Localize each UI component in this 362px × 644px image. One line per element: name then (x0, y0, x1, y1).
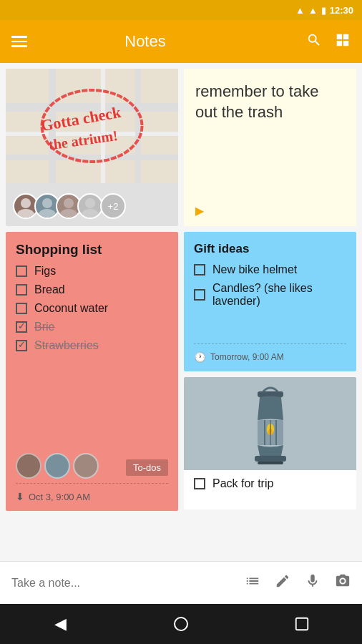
gift-note[interactable]: Gift ideas New bike helmet Candles? (she… (184, 232, 356, 371)
trip-content: Pack for trip (184, 470, 356, 497)
shopping-title: Shopping list (16, 242, 168, 258)
back-button[interactable]: ◀ (42, 606, 78, 642)
status-icons: ▲ ▲ ▮ 12:30 (295, 5, 353, 16)
take-note-input[interactable] (11, 577, 236, 590)
status-bar: ▲ ▲ ▮ 12:30 (0, 0, 362, 20)
nav-bar: ◀ (0, 604, 362, 644)
list-item: Bread (16, 283, 168, 296)
svg-rect-16 (258, 462, 283, 464)
recent-button[interactable] (284, 606, 320, 642)
checkbox-brie[interactable] (16, 321, 27, 333)
item-strawberries: Strawberries (34, 339, 99, 352)
item-candles: Candles? (she likes lavender) (212, 282, 346, 308)
shopping-avatar-2 (44, 453, 70, 479)
left-column: Gotta check the atrium! (6, 69, 178, 548)
right-column: remember to take out the trash ▶ Gift id… (184, 69, 356, 548)
map-note[interactable]: Gotta check the atrium! (6, 69, 178, 226)
checkbox-helmet[interactable] (194, 264, 205, 275)
svg-point-5 (42, 198, 52, 208)
list-item: Coconut water (16, 302, 168, 315)
item-brie: Brie (34, 321, 54, 333)
bottom-bar (0, 561, 362, 604)
checkbox-coconut[interactable] (16, 303, 27, 314)
svg-point-6 (39, 209, 56, 218)
svg-point-9 (85, 198, 95, 208)
shopping-avatar-1 (16, 453, 41, 479)
list-icon[interactable] (245, 573, 260, 592)
list-item: Candles? (she likes lavender) (194, 282, 346, 308)
svg-rect-21 (295, 618, 308, 630)
avatar-overflow-count: +2 (100, 193, 126, 219)
shopping-note[interactable]: Shopping list Figs Bread Coconut water B… (6, 232, 178, 511)
grid-view-button[interactable] (335, 32, 351, 52)
bottom-actions (245, 573, 351, 592)
mic-icon[interactable] (305, 573, 321, 592)
top-bar-actions (306, 32, 351, 52)
trip-note[interactable]: Pack for trip (184, 377, 356, 509)
shopping-reminder: Oct 3, 9:00 AM (29, 492, 90, 502)
map-background: Gotta check the atrium! (6, 69, 178, 183)
notes-grid: Gotta check the atrium! (0, 63, 362, 554)
camera-icon[interactable] (335, 573, 351, 592)
item-helmet: New bike helmet (212, 263, 297, 276)
list-item: Brie (16, 321, 168, 333)
item-coconut-water: Coconut water (34, 302, 108, 315)
map-avatars: +2 (13, 193, 126, 219)
status-time: 12:30 (330, 5, 353, 16)
battery-icon: ▮ (321, 5, 326, 16)
gift-reminder: Tomorrow, 9:00 AM (210, 352, 284, 362)
gift-footer: 🕐 Tomorrow, 9:00 AM (194, 343, 346, 363)
play-button[interactable]: ▶ (195, 204, 345, 218)
wifi-icon: ▲ (295, 5, 305, 16)
shopping-footer: ⬇ Oct 3, 9:00 AM (16, 483, 168, 502)
svg-rect-15 (255, 456, 286, 462)
svg-point-7 (64, 198, 74, 208)
map-handwriting: Gotta check the atrium! (6, 69, 178, 183)
shopping-avatar-3 (73, 453, 99, 479)
item-figs: Figs (34, 265, 56, 278)
avatar-4 (77, 193, 103, 219)
item-bread: Bread (34, 283, 65, 296)
list-item: New bike helmet (194, 263, 346, 276)
pen-icon[interactable] (275, 573, 290, 592)
checkbox-trip[interactable] (194, 478, 205, 489)
gift-reminder-clock-icon: 🕐 (194, 351, 206, 363)
lantern-illustration (242, 381, 299, 467)
trip-image (184, 377, 356, 470)
svg-point-8 (60, 209, 77, 218)
checkbox-figs[interactable] (16, 265, 27, 277)
checkbox-candles[interactable] (194, 289, 205, 301)
svg-point-20 (175, 618, 187, 630)
svg-point-4 (17, 209, 34, 218)
top-bar: Notes (0, 20, 362, 63)
home-button[interactable] (163, 606, 199, 642)
checkbox-strawberries[interactable] (16, 340, 27, 351)
svg-point-10 (82, 209, 99, 218)
search-button[interactable] (306, 32, 322, 52)
trash-note-text: remember to take out the trash (195, 82, 345, 122)
app-title: Notes (0, 32, 295, 51)
list-item: Figs (16, 265, 168, 278)
todo-badge[interactable]: To-dos (126, 459, 168, 476)
trash-note[interactable]: remember to take out the trash ▶ (184, 69, 356, 226)
gift-title: Gift ideas (194, 242, 346, 256)
list-item: Strawberries (16, 339, 168, 352)
svg-point-3 (21, 198, 31, 208)
reminder-icon: ⬇ (16, 491, 24, 502)
item-pack-trip: Pack for trip (212, 477, 273, 490)
shopping-avatars (16, 453, 99, 479)
signal-icon: ▲ (308, 5, 318, 16)
checkbox-bread[interactable] (16, 284, 27, 296)
